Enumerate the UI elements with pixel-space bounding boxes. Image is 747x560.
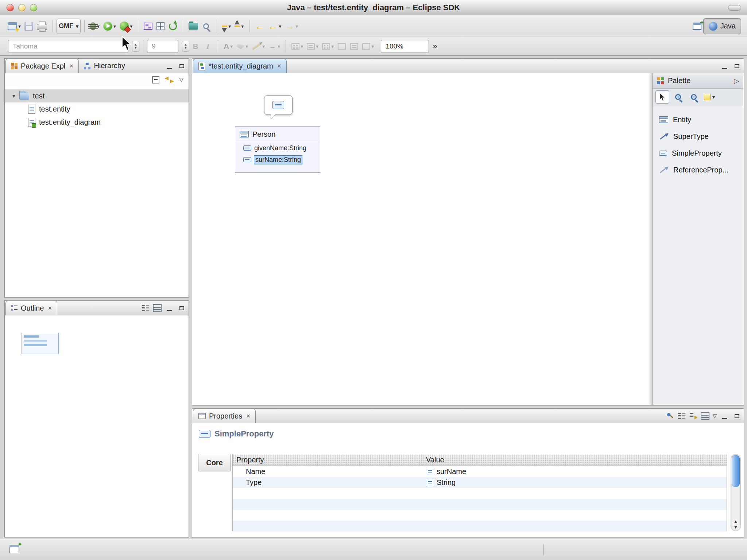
property-name-cell[interactable]: Type (233, 477, 422, 488)
palette-item-supertype[interactable]: SuperType (653, 128, 743, 145)
tab-editor-entity-diagram[interactable]: *test.entity_diagram × (193, 59, 287, 73)
chevron-down-icon[interactable]: ▾ (76, 23, 78, 29)
palette-item-entity[interactable]: Entity (653, 111, 743, 128)
italic-button[interactable]: I (202, 39, 214, 54)
add-simple-property-tool-icon[interactable] (272, 101, 284, 109)
bold-button[interactable]: B (189, 39, 202, 54)
chevron-down-icon[interactable]: ▾ (295, 23, 298, 29)
collapse-all-button[interactable] (152, 76, 159, 83)
previous-annotation-button[interactable]: ▾ (233, 19, 245, 34)
external-tools-button[interactable]: ▾ (118, 19, 134, 34)
font-size-field[interactable]: 9 (147, 40, 178, 53)
disclosure-triangle-icon[interactable]: ▼ (10, 93, 18, 99)
debug-button[interactable]: ▾ (88, 19, 101, 34)
entity-header[interactable]: Person (235, 127, 320, 142)
scroll-up-button[interactable]: ▲ (734, 519, 738, 524)
chevron-down-icon[interactable]: ▾ (130, 23, 132, 29)
palette-item-referenceproperty[interactable]: ReferenceProp... (653, 162, 743, 178)
toolbar-overflow-button[interactable]: » (433, 42, 437, 51)
zoom-out-tool-button[interactable] (687, 90, 701, 104)
palette-pin-arrow-icon[interactable]: ▷ (734, 77, 739, 85)
view-menu-button[interactable]: ▽ (712, 413, 717, 419)
chevron-down-icon[interactable]: ▾ (712, 94, 715, 100)
new-model-button[interactable] (142, 19, 154, 34)
java-perspective-button[interactable]: Java (703, 18, 741, 34)
minimize-view-button[interactable] (720, 411, 729, 421)
tab-hierarchy[interactable]: Hierarchy (79, 59, 130, 73)
toggle-grid-button[interactable] (154, 19, 167, 34)
run-button[interactable]: ▾ (101, 19, 118, 34)
close-icon[interactable]: × (277, 62, 281, 70)
chevron-down-icon[interactable]: ▾ (230, 43, 233, 49)
tab-package-explorer[interactable]: Package Expl × (5, 59, 79, 73)
toolbar-toggle-pill[interactable] (728, 5, 741, 11)
fill-color-button[interactable]: ▾ (235, 39, 250, 54)
tab-outline[interactable]: Outline × (5, 301, 57, 315)
chevron-down-icon[interactable]: ▾ (113, 23, 116, 29)
group-button[interactable] (348, 39, 360, 54)
column-header-value[interactable]: Value (422, 454, 704, 466)
maximize-view-button[interactable] (177, 303, 186, 313)
palette-item-simpleproperty[interactable]: SimpleProperty (653, 145, 743, 162)
gmf-menu-button[interactable]: GMF▾ (57, 19, 81, 34)
snap-button[interactable]: ▾ (360, 39, 376, 54)
chevron-down-icon[interactable]: ▾ (371, 43, 374, 49)
property-value-cell[interactable]: surName (422, 466, 704, 477)
next-annotation-button[interactable]: ▾ (220, 19, 233, 34)
chevron-down-icon[interactable]: ▾ (331, 43, 334, 49)
note-tool-button[interactable]: ▾ (703, 90, 716, 104)
close-icon[interactable]: × (48, 304, 52, 312)
back-button[interactable]: ←▾ (266, 19, 283, 34)
forward-button[interactable]: →▾ (283, 19, 300, 34)
chevron-down-icon[interactable]: ▾ (316, 43, 318, 49)
font-name-stepper[interactable]: ▲▼ (132, 41, 139, 52)
select-all-button[interactable]: ▾ (290, 39, 305, 54)
order-button[interactable] (336, 39, 348, 54)
maximize-view-button[interactable] (732, 61, 742, 71)
tree-item-test[interactable]: ▼ test (5, 89, 189, 102)
zoom-in-tool-button[interactable] (671, 90, 685, 104)
outline-thumbnail-button[interactable] (153, 304, 162, 312)
chevron-down-icon[interactable]: ▾ (262, 43, 265, 49)
tab-properties[interactable]: Properties × (193, 409, 256, 423)
properties-scrollbar[interactable]: ▲ ▼ (731, 454, 741, 531)
entity-node-person[interactable]: Person givenName:String surName:String (235, 126, 320, 173)
chevron-down-icon[interactable]: ▾ (278, 43, 280, 49)
align-button[interactable]: ▾ (320, 39, 336, 54)
property-row-surname[interactable]: surName:String (235, 154, 320, 166)
line-style-button[interactable]: →▾ (267, 39, 282, 54)
chevron-down-icon[interactable]: ▾ (279, 23, 281, 29)
print-button[interactable] (35, 19, 49, 34)
open-perspective-button[interactable] (691, 19, 703, 34)
close-icon[interactable]: × (69, 62, 73, 70)
scroll-down-button[interactable]: ▼ (734, 525, 738, 529)
show-categories-button[interactable] (677, 412, 686, 420)
maximize-view-button[interactable] (177, 61, 186, 71)
line-color-button[interactable]: ▾ (250, 39, 267, 54)
diagram-canvas[interactable]: Person givenName:String surName:String (193, 73, 651, 405)
palette-header[interactable]: Palette ▷ (653, 73, 743, 89)
tree-item-test-entity-diagram[interactable]: test.entity_diagram (5, 116, 189, 129)
zoom-field[interactable]: 100% (381, 40, 429, 53)
chevron-down-icon[interactable]: ▾ (228, 23, 231, 29)
chevron-down-icon[interactable]: ▾ (241, 23, 244, 29)
font-color-button[interactable]: A▾ (222, 39, 235, 54)
minimize-view-button[interactable] (165, 303, 174, 313)
restore-default-value-button[interactable] (701, 412, 709, 420)
arrange-button[interactable]: ▾ (305, 39, 320, 54)
regenerate-button[interactable] (167, 19, 179, 34)
outline-overview-button[interactable] (141, 304, 150, 312)
minimize-view-button[interactable] (720, 61, 729, 71)
new-wizard-button[interactable]: ▾ (6, 19, 23, 34)
select-tool-button[interactable] (655, 90, 669, 104)
stepper-down-icon[interactable]: ▼ (134, 46, 138, 50)
tree-item-test-entity[interactable]: test.entity (5, 102, 189, 116)
chevron-down-icon[interactable]: ▾ (301, 43, 303, 49)
fast-view-button[interactable] (9, 545, 19, 553)
tab-core[interactable]: Core (198, 454, 231, 471)
stepper-down-icon[interactable]: ▼ (184, 46, 187, 50)
table-row-type[interactable]: Type String (233, 477, 727, 488)
last-edit-location-button[interactable]: ← (253, 19, 266, 34)
font-size-stepper[interactable]: ▲▼ (182, 41, 189, 52)
minimize-view-button[interactable] (165, 61, 174, 71)
